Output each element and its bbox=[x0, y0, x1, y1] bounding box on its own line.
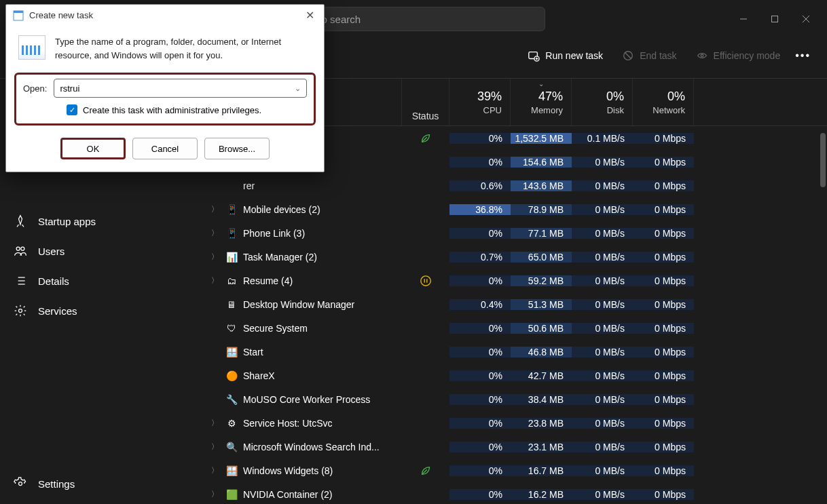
cancel-button[interactable]: Cancel bbox=[132, 138, 198, 159]
chevron-down-icon: ⌄ bbox=[295, 84, 301, 93]
browse-button[interactable]: Browse... bbox=[204, 138, 270, 159]
disk-cell: 0 MB/s bbox=[572, 299, 633, 310]
col-memory[interactable]: ⌄ 47% Memory bbox=[511, 79, 572, 125]
maximize-button[interactable] bbox=[759, 8, 790, 30]
expand-toggle[interactable]: 〉 bbox=[209, 442, 220, 452]
process-icon: 📱 bbox=[225, 203, 238, 216]
svg-point-19 bbox=[19, 309, 22, 313]
network-cell: 0 Mbps bbox=[633, 465, 694, 476]
admin-checkbox[interactable]: ✓ bbox=[67, 104, 77, 115]
process-name: Mobile devices (2) bbox=[243, 204, 320, 215]
network-cell: 0 Mbps bbox=[633, 180, 694, 191]
disk-cell: 0 MB/s bbox=[572, 275, 633, 286]
table-row[interactable]: 〉🗂Resume (4)0%59.2 MB0 MB/s0 Mbps bbox=[204, 269, 827, 292]
table-row[interactable]: 〉📊Task Manager (2)0.7%65.0 MB0 MB/s0 Mbp… bbox=[204, 245, 827, 269]
cpu-cell: 0.4% bbox=[449, 299, 511, 310]
table-row[interactable]: 〉🛡Secure System0%50.6 MB0 MB/s0 Mbps bbox=[204, 316, 827, 340]
run-new-task-label: Run new task bbox=[545, 50, 603, 61]
expand-toggle[interactable]: 〉 bbox=[209, 204, 220, 214]
sidebar-item-startup[interactable]: Startup apps bbox=[0, 206, 204, 236]
dialog-close-button[interactable]: ✕ bbox=[303, 9, 317, 22]
dialog-titlebar: Create new task ✕ bbox=[6, 5, 324, 26]
memory-cell: 16.7 MB bbox=[511, 465, 572, 476]
sidebar-item-services[interactable]: Services bbox=[0, 296, 204, 326]
disk-cell: 0 MB/s bbox=[572, 370, 633, 381]
expand-toggle[interactable]: 〉 bbox=[209, 252, 220, 262]
process-name: rer bbox=[243, 180, 255, 191]
table-row[interactable]: 〉⚙Service Host: UtcSvc0%23.8 MB0 MB/s0 M… bbox=[204, 411, 827, 435]
cpu-cell: 0% bbox=[449, 133, 511, 144]
process-icon: 🔍 bbox=[225, 441, 238, 453]
more-button[interactable]: ••• bbox=[790, 44, 816, 67]
network-cell: 0 Mbps bbox=[633, 418, 694, 429]
process-icon: 🟩 bbox=[225, 488, 238, 501]
memory-cell: 38.4 MB bbox=[511, 394, 572, 405]
svg-point-11 bbox=[16, 247, 20, 250]
scrollbar-thumb[interactable] bbox=[820, 133, 826, 187]
close-button[interactable] bbox=[790, 8, 822, 30]
open-combobox[interactable]: rstrui ⌄ bbox=[54, 79, 307, 98]
expand-toggle[interactable]: 〉 bbox=[209, 228, 220, 238]
dialog-input-area: Open: rstrui ⌄ ✓ Create this task with a… bbox=[14, 73, 316, 125]
open-label: Open: bbox=[23, 83, 47, 94]
network-cell: 0 Mbps bbox=[633, 275, 694, 286]
memory-cell: 78.9 MB bbox=[511, 204, 572, 215]
table-row[interactable]: 〉🖥Desktop Window Manager0.4%51.3 MB0 MB/… bbox=[204, 292, 827, 316]
efficiency-mode-label: Efficiency mode bbox=[714, 50, 781, 61]
sidebar-details-label: Details bbox=[38, 275, 69, 287]
col-cpu[interactable]: 39% CPU bbox=[449, 79, 511, 125]
table-row[interactable]: 〉📱Phone Link (3)0%77.1 MB0 MB/s0 Mbps bbox=[204, 221, 827, 245]
minimize-button[interactable] bbox=[728, 8, 759, 30]
run-new-task-button[interactable]: Run new task bbox=[518, 44, 612, 67]
cpu-cell: 0% bbox=[449, 465, 511, 476]
table-row[interactable]: 〉🪟Windows Widgets (8)0%16.7 MB0 MB/s0 Mb… bbox=[204, 459, 827, 482]
memory-cell: 1,532.5 MB bbox=[511, 133, 572, 144]
memory-cell: 23.1 MB bbox=[511, 442, 572, 452]
disk-cell: 0.1 MB/s bbox=[572, 133, 633, 144]
sidebar-users-label: Users bbox=[38, 246, 65, 257]
ok-button[interactable]: OK bbox=[60, 138, 126, 159]
svg-point-20 bbox=[19, 482, 22, 486]
cpu-cell: 0% bbox=[449, 370, 511, 381]
sidebar-item-details[interactable]: Details bbox=[0, 266, 204, 296]
table-body: 〉📦(18)0%1,532.5 MB0.1 MB/s0 Mbps〉rvice E… bbox=[204, 126, 827, 504]
sidebar-services-label: Services bbox=[38, 305, 77, 317]
table-row[interactable]: 〉🟩NVIDIA Container (2)0%16.2 MB0 MB/s0 M… bbox=[204, 482, 827, 504]
expand-toggle[interactable]: 〉 bbox=[209, 489, 220, 499]
table-row[interactable]: 〉🔍Microsoft Windows Search Ind...0%23.1 … bbox=[204, 435, 827, 459]
process-name: Start bbox=[243, 347, 263, 357]
users-icon bbox=[14, 244, 27, 258]
table-row[interactable]: 〉📱Mobile devices (2)36.8%78.9 MB0 MB/s0 … bbox=[204, 197, 827, 221]
end-task-label: End task bbox=[640, 50, 676, 61]
table-row[interactable]: 〉rer0.6%143.6 MB0 MB/s0 Mbps bbox=[204, 174, 827, 197]
leaf-icon bbox=[420, 132, 432, 144]
col-status[interactable]: Status bbox=[402, 79, 449, 125]
status-cell bbox=[402, 465, 449, 477]
cpu-cell: 0% bbox=[449, 418, 511, 429]
process-icon: 🖥 bbox=[225, 298, 238, 311]
memory-cell: 154.6 MB bbox=[511, 157, 572, 168]
svg-rect-1 bbox=[772, 16, 778, 22]
disk-cell: 0 MB/s bbox=[572, 489, 633, 500]
list-icon bbox=[14, 274, 27, 288]
process-icon: 📊 bbox=[225, 251, 238, 263]
cpu-cell: 36.8% bbox=[449, 204, 511, 215]
process-name: Resume (4) bbox=[243, 275, 293, 286]
col-network[interactable]: 0% Network bbox=[633, 79, 694, 125]
sidebar-item-users[interactable]: Users bbox=[0, 236, 204, 266]
table-row[interactable]: 〉🔧MoUSO Core Worker Process0%38.4 MB0 MB… bbox=[204, 387, 827, 411]
process-icon: 📱 bbox=[225, 227, 238, 239]
table-row[interactable]: 〉🟠ShareX0%42.7 MB0 MB/s0 Mbps bbox=[204, 364, 827, 387]
expand-toggle[interactable]: 〉 bbox=[209, 418, 220, 428]
col-disk[interactable]: 0% Disk bbox=[572, 79, 633, 125]
expand-toggle[interactable]: 〉 bbox=[209, 465, 220, 476]
memory-cell: 16.2 MB bbox=[511, 489, 572, 500]
process-icon: 🪟 bbox=[225, 346, 238, 358]
sidebar-item-settings[interactable]: Settings bbox=[0, 469, 204, 499]
expand-toggle[interactable]: 〉 bbox=[209, 275, 220, 286]
cpu-cell: 0% bbox=[449, 323, 511, 334]
rocket-icon bbox=[14, 214, 27, 228]
table-row[interactable]: 〉🪟Start0%46.8 MB0 MB/s0 Mbps bbox=[204, 340, 827, 364]
memory-cell: 50.6 MB bbox=[511, 323, 572, 334]
network-cell: 0 Mbps bbox=[633, 442, 694, 452]
